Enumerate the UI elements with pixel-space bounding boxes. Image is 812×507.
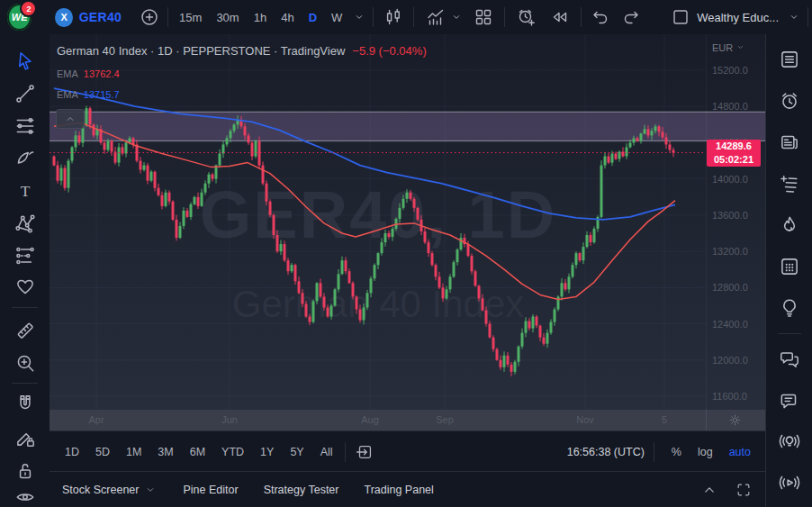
layout-select-button[interactable] <box>670 6 691 28</box>
price-tick: 12000.0 <box>712 355 748 366</box>
range-1M[interactable]: 1M <box>118 446 149 458</box>
timeframe-4h[interactable]: 4h <box>274 11 301 24</box>
tool-fib-retracement[interactable] <box>14 114 37 138</box>
tool-brush[interactable] <box>14 147 37 170</box>
panel-ideas[interactable] <box>778 296 801 320</box>
tool-hide-all[interactable] <box>14 485 37 507</box>
price-tick: 13600.0 <box>712 210 748 221</box>
panel-streams[interactable] <box>778 471 801 494</box>
symbol-logo-icon[interactable]: X <box>55 8 72 27</box>
notification-badge: 2 <box>20 0 37 17</box>
tab-trading-panel[interactable]: Trading Panel <box>351 484 446 496</box>
tab-stock-screener[interactable]: Stock Screener <box>50 483 170 497</box>
collapse-pane-button[interactable] <box>56 109 85 129</box>
ema-label: EMA <box>57 68 78 79</box>
panel-notes[interactable] <box>778 172 801 195</box>
panel-alerts[interactable] <box>778 89 801 113</box>
tool-measure[interactable] <box>14 319 37 342</box>
layout-name[interactable]: Wealthy Educ... <box>697 0 779 34</box>
calendar-icon <box>778 255 801 278</box>
tool-forecast[interactable] <box>14 244 37 267</box>
zoom-in-icon <box>14 351 37 375</box>
divider <box>654 442 654 462</box>
timeframe-menu-button[interactable] <box>349 6 369 28</box>
tool-drawing-lock[interactable] <box>14 426 37 449</box>
timeframe-W[interactable]: W <box>324 11 349 24</box>
tab-strategy-tester[interactable]: Strategy Tester <box>251 484 352 496</box>
timeframe-15m[interactable]: 15m <box>172 11 209 24</box>
range-YTD[interactable]: YTD <box>213 446 252 458</box>
tool-trendline[interactable] <box>14 82 37 105</box>
tool-lock-all[interactable] <box>14 459 37 483</box>
panel-watchlist[interactable] <box>778 48 801 71</box>
add-symbol-button[interactable] <box>139 6 160 28</box>
clock[interactable]: 16:56:38 (UTC) <box>567 446 645 458</box>
gear-icon[interactable] <box>727 412 743 428</box>
collapse-footer-button[interactable] <box>700 481 718 499</box>
timeframe-D[interactable]: D <box>302 11 324 24</box>
panel-calendar[interactable] <box>778 255 801 278</box>
percent-scale-button[interactable]: % <box>663 446 690 458</box>
tool-zoom-in[interactable] <box>14 351 37 375</box>
layout-grid-button[interactable] <box>473 6 494 28</box>
tool-text[interactable]: T <box>14 179 37 203</box>
undo-button[interactable] <box>590 6 611 28</box>
panel-hotlists[interactable] <box>778 213 801 237</box>
fullscreen-button[interactable] <box>735 481 753 499</box>
range-6M[interactable]: 6M <box>182 446 213 458</box>
tool-xabcd-pattern[interactable] <box>14 212 37 235</box>
price-tick: 13200.0 <box>712 246 748 257</box>
price-axis-border <box>706 34 707 410</box>
create-alert-button[interactable] <box>515 6 537 28</box>
chart-style-button[interactable] <box>383 6 404 28</box>
time-axis[interactable]: AprJunAugSepNov5 <box>50 410 765 430</box>
indicators-menu-button[interactable] <box>447 6 466 28</box>
timeframe-group: 15m30m1h4hDW <box>172 11 349 24</box>
legend-title: German 40 Index · 1D · PEPPERSTONE · Tra… <box>57 44 345 58</box>
ema-fast-legend[interactable]: EMA13762.4 <box>57 68 120 79</box>
tool-cursor[interactable] <box>14 50 37 73</box>
tool-magnet[interactable] <box>14 392 37 415</box>
flame-icon <box>778 213 801 237</box>
panel-broadcasts[interactable] <box>778 430 801 453</box>
range-All[interactable]: All <box>312 446 341 458</box>
log-scale-button[interactable]: log <box>690 446 721 458</box>
tool-favorites[interactable] <box>14 275 37 298</box>
timeframe-30m[interactable]: 30m <box>209 11 246 24</box>
chart-legend[interactable]: German 40 Index · 1D · PEPPERSTONE · Tra… <box>57 44 427 58</box>
currency-label[interactable]: EUR <box>712 41 746 53</box>
redo-button[interactable] <box>620 6 642 28</box>
layout-menu-button[interactable] <box>784 6 804 28</box>
go-to-date-button[interactable] <box>355 442 374 462</box>
price-tick: 12400.0 <box>712 319 748 330</box>
timeframe-1h[interactable]: 1h <box>247 11 274 24</box>
divider <box>706 410 707 430</box>
chart-pane[interactable]: GER40, 1D German 40 Index German 40 Inde… <box>50 34 765 410</box>
footer-bar: Stock Screener Pine Editor Strategy Test… <box>50 471 765 507</box>
range-3M[interactable]: 3M <box>149 446 181 458</box>
candlestick-chart[interactable] <box>50 34 765 410</box>
price-change: −5.9 (−0.04%) <box>352 44 426 58</box>
divider <box>413 7 414 27</box>
divider <box>12 307 38 308</box>
currency-text: EUR <box>712 42 733 53</box>
drawing-lock-icon <box>14 426 37 449</box>
panel-news[interactable] <box>778 131 801 154</box>
divider <box>373 7 374 27</box>
cursor-icon <box>14 50 37 73</box>
range-1D[interactable]: 1D <box>57 446 87 458</box>
ema-slow-legend[interactable]: EMA13715.7 <box>57 89 120 100</box>
range-5D[interactable]: 5D <box>87 446 118 458</box>
price-tick: 15200.0 <box>712 65 748 76</box>
bar-replay-button[interactable] <box>549 6 571 28</box>
panel-public-chat[interactable] <box>778 348 801 371</box>
range-5Y[interactable]: 5Y <box>282 446 311 458</box>
panel-private-messages[interactable] <box>778 389 801 412</box>
time-tick: 5 <box>662 414 667 425</box>
auto-scale-button[interactable]: auto <box>721 446 765 458</box>
range-1Y[interactable]: 1Y <box>252 446 282 458</box>
symbol-search-button[interactable]: GER40 <box>79 0 122 34</box>
indicators-button[interactable] <box>425 6 447 28</box>
app-logo[interactable]: WE 2 <box>7 4 32 31</box>
tab-pine-editor[interactable]: Pine Editor <box>170 484 250 496</box>
